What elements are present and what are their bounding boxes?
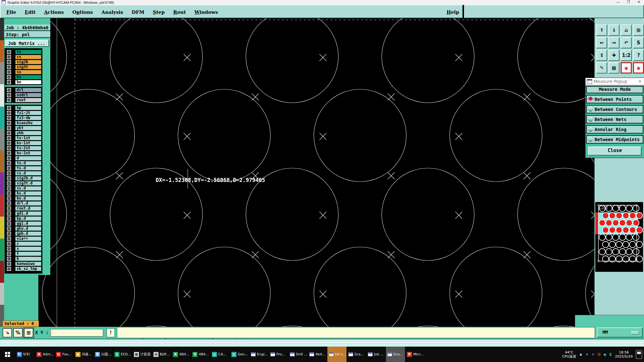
taskbar-item[interactable]: PMicr... (405, 347, 425, 362)
layer-name[interactable]: t (15, 252, 41, 256)
layer-name[interactable]: b (15, 257, 41, 261)
layer-checkbox[interactable] (7, 222, 11, 226)
layer-name[interactable]: ts.d (15, 166, 41, 170)
layer-checkbox[interactable] (7, 171, 11, 175)
radio-icon[interactable] (588, 127, 593, 132)
layer-checkbox[interactable] (7, 151, 11, 155)
taskbar-item[interactable]: htf o... (327, 347, 347, 362)
layer-name[interactable]: gd1.d (15, 211, 41, 216)
layer-name[interactable]: cs.d (15, 171, 41, 175)
menu-dfm[interactable]: DFM (132, 9, 144, 15)
layer-checkbox[interactable] (7, 88, 11, 92)
layer-name[interactable]: via++ (15, 237, 41, 241)
alert-button[interactable]: ! (106, 328, 115, 337)
layer-checkbox[interactable] (7, 161, 11, 165)
layer-name[interactable]: ts (15, 50, 41, 54)
taskbar-item[interactable]: Engi... (249, 347, 269, 362)
pan-view-button[interactable]: ✚ (608, 50, 619, 61)
layer-name[interactable]: sig2b.d (15, 176, 41, 180)
layer-name[interactable]: sig3t.d (15, 181, 41, 185)
scroll-up-button[interactable]: ⇑ (596, 25, 607, 36)
tile-windows-button[interactable]: ▦ (608, 62, 619, 74)
tray-expand-icon[interactable]: ∧ (579, 352, 582, 357)
layer-row-ts.d[interactable]: ts.d (6, 166, 41, 171)
layer-row-ss[interactable]: ss (6, 69, 41, 74)
measure-popup-titlebar[interactable]: Measure Popup ✕ (586, 78, 644, 85)
layer-row-c[interactable]: c (6, 241, 41, 246)
layer-name[interactable]: ts-2st (15, 146, 41, 150)
taskbar-item[interactable]: Gra... (347, 347, 366, 362)
layer-name[interactable]: sig3t (15, 65, 41, 69)
layer-checkbox[interactable] (7, 196, 11, 200)
tray-icon[interactable]: G (597, 352, 601, 357)
layer-checkbox[interactable] (7, 111, 11, 115)
maximize-button[interactable]: ❐ (623, 0, 634, 5)
layer-row-ts-2st[interactable]: ts-2st (6, 145, 41, 151)
layer-name[interactable]: gg1.d (15, 222, 41, 226)
xy-input[interactable] (50, 329, 103, 337)
menu-edit[interactable]: Edit (25, 9, 36, 15)
menu-help[interactable]: Help (447, 9, 459, 15)
palette-swatch[interactable] (0, 18, 4, 40)
measure-diagonal-tool-button[interactable]: ↘ (3, 328, 12, 337)
layer-row-ss.d[interactable]: ss.d (6, 186, 41, 191)
palette-swatch[interactable] (0, 217, 4, 239)
palette-swatch[interactable] (0, 261, 4, 283)
layer-row-fz3-4b[interactable]: fz3-4b (6, 115, 41, 120)
layer-row-via++[interactable]: via++ (6, 236, 41, 241)
layer-row-banwaiwu[interactable]: banwaiwu (6, 261, 41, 266)
panel-overview-map[interactable] (595, 202, 643, 272)
layer-checkbox[interactable] (7, 242, 11, 246)
layer-name[interactable]: szdrl (15, 93, 41, 97)
layer-checkbox[interactable] (7, 206, 11, 211)
layer-row-sk_sz_tmp[interactable]: sk_sz_tmp (6, 266, 41, 271)
palette-swatch[interactable] (0, 40, 4, 62)
layer-row-bo[interactable]: bo (6, 80, 41, 85)
taskbar-item[interactable]: GFox... (54, 347, 74, 362)
taskbar-item[interactable]: ◎CA... (210, 347, 230, 362)
taskbar-item[interactable]: X4B4... (191, 347, 210, 362)
layer-row-drl.d[interactable]: drl.d (6, 201, 41, 206)
palette-swatch[interactable] (0, 195, 4, 217)
layer-name[interactable]: bs-1st (15, 141, 41, 145)
tray-icon[interactable]: ◆ (603, 352, 606, 357)
measure-option-annular-ring[interactable]: Annular Ring (586, 125, 643, 134)
layer-name[interactable]: sk_sz_tmp (15, 267, 41, 271)
menu-step[interactable]: Step (153, 9, 165, 15)
layer-row-ts[interactable]: ts (6, 49, 41, 54)
layer-row-drl[interactable]: drl (6, 87, 41, 92)
palette-swatch[interactable] (0, 173, 4, 195)
layer-row-ts-1st[interactable]: ts-1st (6, 135, 41, 140)
layer-checkbox[interactable] (7, 75, 11, 79)
layer-row-bo.d[interactable]: bo.d (6, 196, 41, 201)
layer-checkbox[interactable] (7, 106, 11, 110)
net-highlight-b-button[interactable]: ◉ (633, 62, 644, 74)
radio-icon[interactable] (588, 117, 593, 122)
scroll-left-button[interactable]: ⇐ (596, 37, 607, 48)
layer-checkbox[interactable] (7, 237, 11, 241)
layer-row-ykb[interactable]: ykb (6, 130, 41, 135)
layer-checkbox[interactable] (7, 121, 11, 125)
menu-file[interactable]: File (6, 9, 16, 15)
layer-checkbox[interactable] (7, 65, 11, 69)
taskbar-item[interactable]: 4b4... (308, 347, 327, 362)
layer-checkbox[interactable] (7, 50, 11, 54)
layer-checkbox[interactable] (7, 176, 11, 180)
menu-rout[interactable]: Rout (173, 9, 186, 15)
taskbar-item[interactable]: X4B4... (171, 347, 191, 362)
layer-name[interactable]: bs.d (15, 191, 41, 195)
taskbar-item[interactable]: 图问题... (93, 347, 113, 362)
layer-checkbox[interactable] (7, 141, 11, 145)
measure-option-between-contours[interactable]: Between Contours (586, 105, 643, 113)
minimize-button[interactable]: — (613, 0, 623, 5)
menu-actions[interactable]: Actions (44, 9, 64, 15)
radio-icon[interactable] (588, 137, 593, 142)
layer-row-gpb.d[interactable]: gpb.d (6, 231, 41, 236)
layer-name[interactable]: bo.d (15, 196, 41, 200)
window-xy-button[interactable]: ⊞ (633, 25, 644, 36)
layer-name[interactable]: bs-2st (15, 151, 41, 155)
tray-icon[interactable]: ✕ (591, 352, 595, 357)
layer-row-cs.d[interactable]: cs.d (6, 171, 41, 176)
layer-name[interactable]: s (15, 247, 41, 251)
menu-analysis[interactable]: Analysis (102, 9, 123, 15)
